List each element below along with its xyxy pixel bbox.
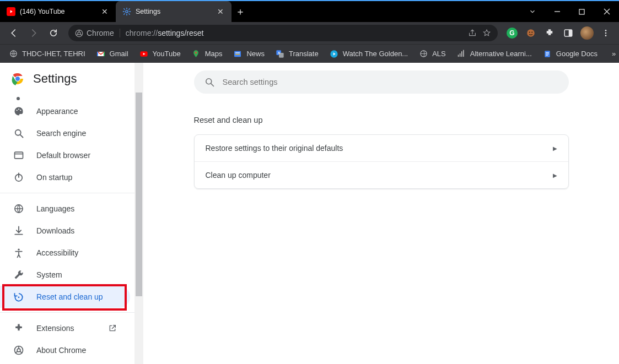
sidebar-item-languages[interactable]: Languages	[0, 198, 130, 220]
sidebar-item-appearance[interactable]: Appearance	[0, 100, 130, 122]
row-cleanup-computer[interactable]: Clean up computer ▶	[195, 161, 568, 188]
sidebar-scrollbar[interactable]	[134, 63, 143, 364]
sidebar-item-on-startup[interactable]: On startup	[0, 166, 130, 188]
svg-point-6	[527, 29, 535, 37]
profile-avatar[interactable]	[578, 24, 596, 42]
translate-icon: A	[276, 50, 284, 58]
extensions-button[interactable]	[541, 24, 558, 42]
settings-brand: Settings	[0, 63, 134, 90]
chevron-down-icon[interactable]	[520, 1, 545, 22]
sidebar-item-partial[interactable]	[0, 93, 134, 100]
news-icon	[233, 50, 242, 58]
globe-icon	[419, 50, 428, 58]
maximize-button[interactable]	[569, 1, 594, 22]
svg-point-36	[15, 130, 21, 135]
gear-icon	[122, 7, 131, 16]
svg-rect-19	[235, 54, 240, 55]
chrome-icon	[13, 345, 24, 356]
sidebar-item-downloads[interactable]: Downloads	[0, 220, 130, 242]
svg-point-16	[195, 52, 197, 53]
download-icon	[13, 225, 24, 236]
svg-point-1	[126, 10, 128, 13]
open-external-icon	[108, 324, 117, 333]
play-icon	[330, 50, 338, 58]
search-icon	[13, 128, 24, 139]
bookmark-alt-learning[interactable]: Alternative Learni...	[453, 47, 536, 61]
svg-rect-28	[546, 55, 548, 55]
sidebar-item-default-browser[interactable]: Default browser	[0, 144, 130, 166]
bookmark-maps[interactable]: Maps	[187, 47, 227, 61]
chevron-right-icon: ▶	[553, 172, 557, 178]
tab-title: (146) YouTube	[20, 8, 96, 15]
browser-toolbar: Chrome chrome://settings/reset G	[0, 22, 619, 44]
svg-point-35	[20, 110, 21, 111]
share-icon[interactable]	[468, 29, 477, 37]
sidebar-item-about[interactable]: About Chrome	[0, 339, 130, 361]
scrollbar-thumb[interactable]	[136, 93, 142, 296]
menu-button[interactable]	[597, 24, 615, 42]
svg-rect-27	[546, 53, 549, 54]
close-icon[interactable]: ✕	[216, 7, 225, 16]
search-input[interactable]	[223, 78, 559, 86]
toolbar-right: G	[503, 24, 615, 42]
page-content: Settings Appearance Search engine Defaul…	[0, 63, 619, 364]
youtube-icon	[7, 7, 15, 16]
globe-icon	[9, 50, 18, 58]
bookmark-als[interactable]: ALS	[415, 47, 450, 61]
sidebar: Settings Appearance Search engine Defaul…	[0, 63, 134, 364]
svg-rect-18	[235, 52, 240, 53]
divider	[0, 193, 134, 193]
tab-title: Settings	[136, 8, 212, 15]
svg-point-46	[206, 79, 211, 84]
url-text: chrome://settings/reset	[126, 29, 462, 37]
sidebar-item-system[interactable]: System	[0, 264, 130, 286]
sidebar-item-reset[interactable]: Reset and clean up	[0, 286, 130, 308]
window-close-button[interactable]	[594, 1, 619, 22]
power-icon	[13, 172, 24, 183]
forward-button[interactable]	[24, 24, 43, 42]
svg-point-33	[17, 110, 18, 111]
sidebar-item-accessibility[interactable]: Accessibility	[0, 242, 130, 264]
chevron-right-icon: ▶	[553, 145, 557, 151]
bookmark-news[interactable]: News	[229, 47, 269, 61]
svg-point-43	[18, 297, 20, 298]
svg-rect-37	[15, 152, 23, 159]
tab-settings[interactable]: Settings ✕	[116, 1, 232, 22]
accessibility-icon	[13, 247, 24, 258]
bookmark-translate[interactable]: ATranslate	[271, 47, 323, 61]
svg-point-7	[529, 31, 530, 32]
bookmark-youtube[interactable]: YouTube	[135, 47, 185, 61]
gmail-icon	[96, 50, 105, 58]
address-bar[interactable]: Chrome chrome://settings/reset	[68, 25, 498, 41]
close-icon[interactable]: ✕	[100, 7, 109, 16]
side-panel-icon[interactable]	[559, 24, 577, 42]
extension-icon[interactable]	[522, 24, 540, 42]
row-restore-defaults[interactable]: Restore settings to their original defau…	[195, 135, 568, 161]
signal-icon	[457, 50, 466, 58]
svg-point-42	[18, 249, 19, 251]
sidebar-item-search-engine[interactable]: Search engine	[0, 122, 130, 144]
back-button[interactable]	[4, 24, 23, 42]
bookmarks-bar: THDC-IHET, TEHRI Gmail YouTube Maps News…	[0, 44, 619, 63]
svg-point-8	[531, 31, 532, 32]
svg-rect-10	[569, 30, 572, 36]
svg-point-12	[605, 32, 607, 34]
svg-rect-26	[546, 52, 549, 53]
bookmark-watch[interactable]: Watch The Golden...	[325, 47, 413, 61]
minimize-button[interactable]	[545, 1, 569, 22]
new-tab-button[interactable]: ＋	[232, 1, 249, 22]
bookmark-star-icon[interactable]	[482, 29, 491, 37]
tab-youtube[interactable]: (146) YouTube ✕	[0, 1, 116, 22]
bookmark-thdc[interactable]: THDC-IHET, TEHRI	[4, 47, 90, 61]
site-chip-label: Chrome	[87, 29, 114, 37]
bookmarks-overflow[interactable]: »	[606, 50, 619, 58]
sidebar-item-extensions[interactable]: Extensions	[0, 317, 130, 339]
reload-button[interactable]	[44, 24, 63, 42]
maps-icon	[192, 50, 201, 58]
grammarly-icon[interactable]: G	[503, 24, 521, 42]
bookmark-docs[interactable]: Google Docs	[539, 47, 602, 61]
divider	[0, 312, 134, 313]
section-reset: Reset and clean up Restore settings to t…	[194, 116, 569, 189]
bookmark-gmail[interactable]: Gmail	[92, 47, 133, 61]
search-settings[interactable]	[194, 70, 569, 94]
